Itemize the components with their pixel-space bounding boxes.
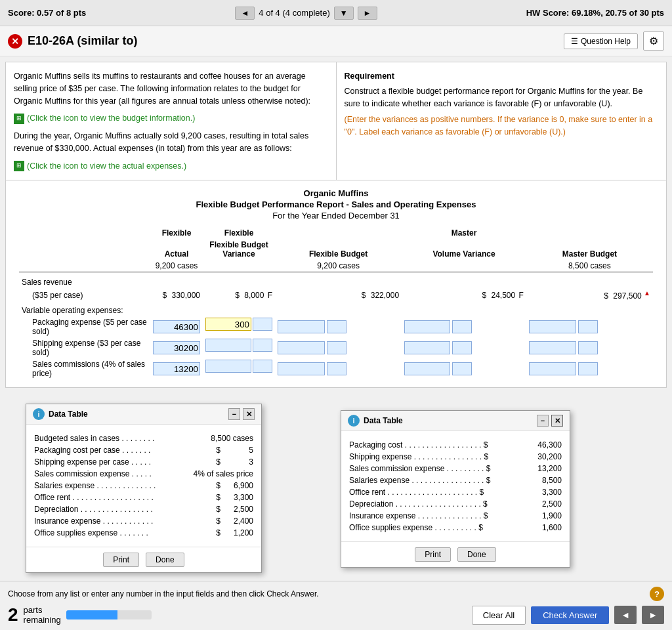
modal-1-footer: Print Done — [26, 547, 261, 572]
gear-button[interactable]: ⚙ — [643, 32, 664, 51]
col-actual-label: Actual — [165, 249, 189, 259]
nav-forward-top[interactable]: ► — [358, 7, 377, 20]
table-row: Sales commissions (4% of sales price) — [19, 358, 653, 379]
modal-2-print[interactable]: Print — [415, 547, 451, 562]
commissions-fbv-fu-input[interactable] — [253, 360, 272, 373]
sales-actual: 330,000 — [172, 291, 200, 300]
modal-2-close[interactable]: ✕ — [551, 415, 563, 427]
sales-fb-label: F — [268, 291, 272, 300]
col-fb-sub: 9,200 cases — [317, 261, 360, 270]
list-item: Salaries expense . . . . . . . . . . . .… — [34, 480, 253, 492]
commissions-fb-fu-input[interactable] — [327, 362, 346, 375]
list-item: Budgeted sales in cases . . . . . . . . … — [34, 432, 253, 444]
info-icon-2: i — [348, 415, 360, 427]
sales-dollar-sign: $ — [163, 291, 167, 300]
shipping-actual-input[interactable] — [153, 341, 200, 354]
data-table-modal-2: i Data Table − ✕ Packaging cost . . . . … — [341, 410, 570, 568]
sales-flex-dollar: $ — [362, 291, 366, 300]
col-mb-label: Master Budget — [562, 249, 617, 259]
commissions-fb-input[interactable] — [278, 362, 325, 375]
commissions-label: Sales commissions (4% of sales price) — [19, 358, 150, 379]
question-help-button[interactable]: ☰ Question Help — [564, 33, 638, 49]
nav-dropdown[interactable]: ▼ — [334, 7, 354, 20]
packaging-vv-input[interactable] — [404, 320, 450, 333]
packaging-actual-input[interactable] — [153, 320, 200, 333]
list-item: Shipping expense . . . . . . . . . . . .… — [349, 451, 562, 463]
nav-back-bottom[interactable]: ◄ — [614, 606, 637, 624]
shipping-mb-fu-input[interactable] — [578, 341, 598, 354]
packaging-mb-input[interactable] — [529, 320, 576, 333]
check-answer-button[interactable]: Check Answer — [531, 606, 609, 624]
list-item: Office rent . . . . . . . . . . . . . . … — [34, 492, 253, 503]
shipping-fb-fu-input[interactable] — [327, 341, 346, 354]
sales-flex-budget: 322,000 — [371, 291, 399, 300]
packaging-vv-fu-input[interactable] — [452, 320, 472, 333]
modal-1-print[interactable]: Print — [103, 553, 139, 567]
modal-2-minimize[interactable]: − — [537, 415, 549, 427]
help-circle-icon[interactable]: ? — [650, 587, 664, 601]
sales-revenue-label: Sales revenue — [19, 272, 150, 289]
sales-vol-variance: 24,500 — [491, 291, 515, 300]
progress-bar-fill — [66, 610, 117, 620]
commissions-fbv-input[interactable] — [205, 360, 251, 373]
list-item: Office supplies expense . . . . . . . . … — [349, 522, 562, 534]
shipping-fbv-input[interactable] — [205, 339, 251, 352]
modal-1-done[interactable]: Done — [146, 553, 184, 567]
col-master-header: Master — [452, 228, 477, 238]
col-flexible-header: Flexible — [162, 228, 192, 238]
shipping-fbv-fu-input[interactable] — [253, 339, 272, 352]
packaging-mb-fu-input[interactable] — [578, 320, 598, 333]
modal-2-footer: Print Done — [341, 541, 570, 567]
commissions-actual-input[interactable] — [153, 362, 200, 375]
modal-2-body: Packaging cost . . . . . . . . . . . . .… — [341, 431, 570, 541]
table-icon-2: ⊞ — [14, 161, 24, 171]
nav-forward-bottom[interactable]: ► — [642, 606, 664, 624]
commissions-mb-input[interactable] — [529, 362, 576, 375]
shipping-fb-input[interactable] — [278, 341, 325, 354]
modal-1-close[interactable]: ✕ — [243, 408, 255, 420]
list-item: Office supplies expense . . . . . . . $ … — [34, 527, 253, 539]
col-mb-sub: 8,500 cases — [568, 261, 611, 270]
modal-1-minimize[interactable]: − — [228, 408, 240, 420]
clear-all-button[interactable]: Clear All — [472, 606, 526, 625]
requirement-text: Construct a flexible budget performance … — [345, 85, 659, 110]
report-period: For the Year Ended December 31 — [19, 211, 653, 220]
table-row: Shipping expense ($3 per case sold) — [19, 337, 653, 358]
commissions-vv-input[interactable] — [404, 362, 450, 375]
sales-vol-label: F — [519, 291, 524, 300]
actual-expenses-link[interactable]: ⊞ (Click the icon to view the actual exp… — [14, 160, 328, 173]
report-title: Flexible Budget Performance Report - Sal… — [19, 200, 653, 209]
bottom-instruction-text: Choose from any list or enter any number… — [8, 589, 319, 598]
packaging-fbv-input[interactable] — [205, 318, 251, 331]
nav-position: 4 of 4 (4 complete) — [259, 8, 329, 18]
list-item: Insurance expense . . . . . . . . . . . … — [34, 515, 253, 527]
modal-1-title: Data Table — [49, 410, 88, 419]
list-item: Shipping expense per case . . . . . $ 3 — [34, 456, 253, 468]
list-item: Sales commission expense . . . . . . . .… — [349, 463, 562, 474]
sales-fb-variance: 8,000 — [244, 291, 264, 300]
progress-bar — [66, 610, 152, 620]
modal-2-title: Data Table — [364, 416, 403, 425]
list-item: Depreciation . . . . . . . . . . . . . .… — [349, 498, 562, 510]
shipping-vv-input[interactable] — [404, 341, 450, 354]
sales-revenue-sub: ($35 per case) — [19, 288, 150, 302]
list-item: Sales commission expense . . . . . 4% of… — [34, 468, 253, 480]
shipping-mb-input[interactable] — [529, 341, 576, 354]
packaging-fb-fu-input[interactable] — [327, 320, 346, 333]
col-fbv-label: Flexible Budget Variance — [209, 240, 268, 259]
list-item: Depreciation . . . . . . . . . . . . . .… — [34, 503, 253, 515]
packaging-fb-input[interactable] — [278, 320, 325, 333]
modal-2-done[interactable]: Done — [457, 547, 496, 562]
shipping-vv-fu-input[interactable] — [452, 341, 472, 354]
packaging-fbv-fu-input[interactable] — [253, 318, 272, 331]
nav-back-top[interactable]: ◄ — [235, 7, 255, 20]
remaining-label: remaining — [24, 615, 61, 625]
budget-info-link[interactable]: ⊞ (Click the icon to view the budget inf… — [14, 112, 328, 125]
col-flexible-header2: Flexible — [224, 228, 254, 238]
commissions-vv-fu-input[interactable] — [452, 362, 472, 375]
sales-vol-dollar: $ — [482, 291, 486, 300]
hw-score-label: HW Score: — [526, 8, 570, 18]
modal-1-body: Budgeted sales in cases . . . . . . . . … — [26, 425, 261, 547]
commissions-mb-fu-input[interactable] — [578, 362, 598, 375]
col-actual-sub: 9,200 cases — [156, 261, 198, 270]
